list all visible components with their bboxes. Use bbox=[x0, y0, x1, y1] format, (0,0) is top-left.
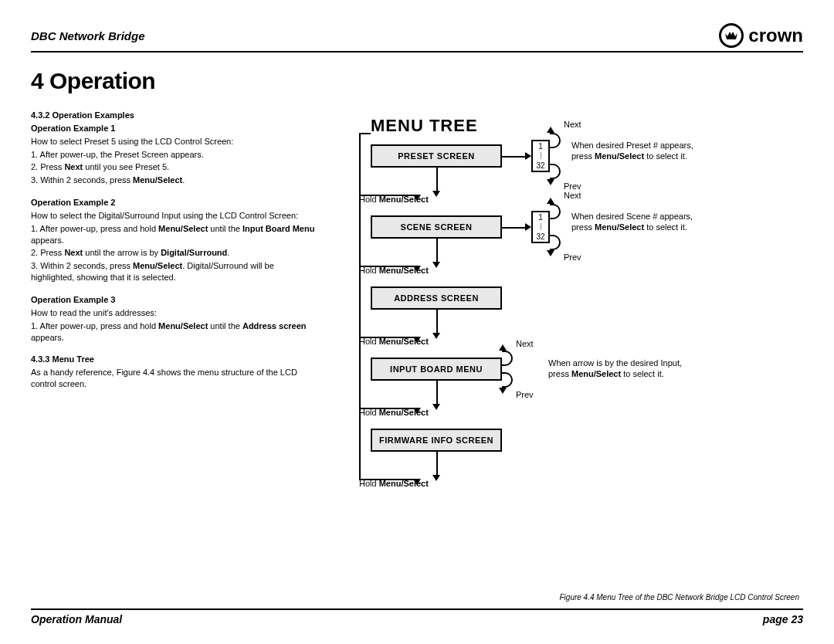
input-board-box: INPUT BOARD MENU bbox=[371, 358, 502, 381]
range-top: 1 bbox=[538, 213, 543, 222]
prev-label-input: Prev bbox=[516, 390, 534, 399]
hold-label-1: Hold Menu/Select bbox=[359, 195, 429, 204]
page-footer: Operation Manual page 23 bbox=[31, 608, 803, 625]
prev-label-scene: Prev bbox=[564, 253, 581, 262]
example-2-step1: 1. After power-up, press and hold Menu/S… bbox=[31, 223, 317, 246]
example-1-step3: 3. Within 2 seconds, press Menu/Select. bbox=[31, 175, 317, 186]
input-note: When arrow is by the desired Input, pres… bbox=[548, 358, 682, 380]
scene-range-box: 1 ┊ 32 bbox=[531, 211, 550, 243]
firmware-info-box: FIRMWARE INFO SCREEN bbox=[371, 429, 502, 452]
example-3-intro: How to read the unit's addresses: bbox=[31, 307, 317, 319]
hold-label-4: Hold Menu/Select bbox=[359, 408, 429, 417]
footer-left: Operation Manual bbox=[31, 613, 122, 625]
text-column: 4.3.2 Operation Examples Operation Examp… bbox=[31, 110, 317, 511]
range-bot: 32 bbox=[536, 232, 544, 241]
page-header: DBC Network Bridge crown bbox=[31, 23, 803, 53]
preset-screen-box: PRESET SCREEN bbox=[371, 144, 502, 168]
brand-logo: crown bbox=[719, 23, 803, 48]
figure-caption: Figure 4.4 Menu Tree of the DBC Network … bbox=[309, 593, 799, 602]
hold-label-3: Hold Menu/Select bbox=[359, 337, 429, 346]
example-1-step1: 1. After power-up, the Preset Screen app… bbox=[31, 149, 317, 161]
preset-note: When desired Preset # appears, press Men… bbox=[571, 141, 693, 162]
scene-note: When desired Scene # appears, press Menu… bbox=[571, 212, 693, 233]
example-1-intro: How to select Preset 5 using the LCD Con… bbox=[31, 136, 317, 147]
next-label-input: Next bbox=[516, 339, 534, 348]
example-2-step3: 3. Within 2 seconds, press Menu/Select. … bbox=[31, 260, 317, 283]
next-label-scene: Next bbox=[564, 191, 581, 200]
example-3-head: Operation Example 3 bbox=[31, 294, 317, 306]
example-2-intro: How to select the Digital/Surround Input… bbox=[31, 210, 317, 222]
subsection-433: 4.3.3 Menu Tree bbox=[31, 354, 317, 365]
menu-tree-body: As a handy reference, Figure 4.4 shows t… bbox=[31, 367, 317, 390]
example-3-step1: 1. After power-up, press and hold Menu/S… bbox=[31, 320, 317, 344]
scene-screen-box: SCENE SCREEN bbox=[371, 215, 502, 239]
diagram-title: MENU TREE bbox=[371, 116, 478, 136]
product-name: DBC Network Bridge bbox=[31, 29, 145, 42]
menu-tree-diagram: MENU TREE PRESET SCREEN Hold Menu/Select… bbox=[332, 110, 803, 511]
subsection-432: 4.3.2 Operation Examples bbox=[31, 110, 317, 121]
hold-label-5: Hold Menu/Select bbox=[359, 479, 429, 488]
example-1-head: Operation Example 1 bbox=[31, 123, 317, 134]
footer-right: page 23 bbox=[763, 613, 803, 625]
range-top: 1 bbox=[538, 142, 543, 151]
brand-text: crown bbox=[748, 25, 803, 46]
section-heading: 4 Operation bbox=[31, 68, 803, 94]
example-2-step2: 2. Press Next until the arrow is by Digi… bbox=[31, 247, 317, 259]
range-bot: 32 bbox=[536, 161, 544, 170]
next-label-preset: Next bbox=[564, 120, 581, 129]
preset-range-box: 1 ┊ 32 bbox=[531, 140, 550, 172]
crown-icon bbox=[719, 23, 744, 48]
prev-label-preset: Prev bbox=[564, 181, 581, 191]
address-screen-box: ADDRESS SCREEN bbox=[371, 286, 502, 310]
example-1-step2: 2. Press Next until you see Preset 5. bbox=[31, 161, 317, 173]
example-2-head: Operation Example 2 bbox=[31, 197, 317, 208]
hold-label-2: Hold Menu/Select bbox=[359, 266, 429, 275]
